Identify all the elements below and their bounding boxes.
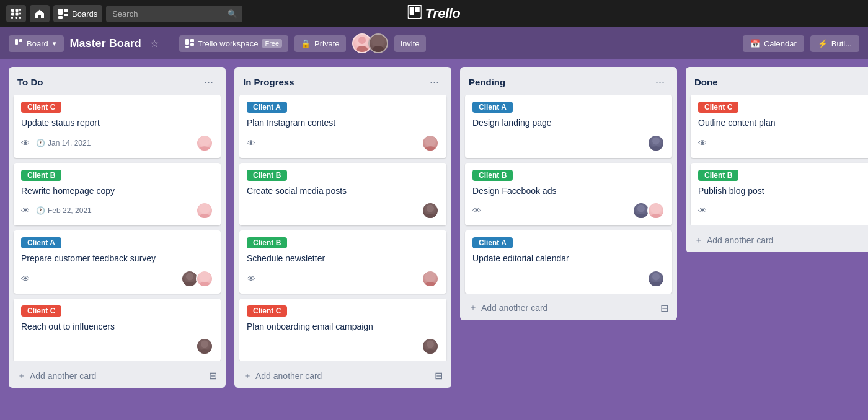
chevron-down-icon: ▼ <box>51 40 58 47</box>
card-badge-card8: Client C <box>247 305 287 317</box>
card-title-card12: Outline content plan <box>698 117 868 129</box>
svg-rect-12 <box>58 16 63 19</box>
card-card8[interactable]: Client CPlan onboarding email campaign <box>239 299 446 362</box>
card-meta-card2: 👁🕐Feb 22, 2021 <box>21 206 92 216</box>
calendar-button[interactable]: 📅 Calendar <box>743 35 804 52</box>
card-badge-card13: Client B <box>698 170 738 181</box>
svg-rect-11 <box>64 14 68 16</box>
card-badge-card7: Client B <box>247 237 287 248</box>
card-meta-card13: 👁 <box>698 206 707 216</box>
card-card4[interactable]: Client CReach out to influencers <box>14 299 221 362</box>
date-text: Feb 22, 2021 <box>48 206 92 215</box>
svg-point-31 <box>427 273 434 280</box>
card-footer-card3: 👁 <box>21 270 213 287</box>
board-content: To Do···Client CUpdate status report👁🕐Ja… <box>0 59 868 420</box>
app-grid-icon <box>11 9 21 19</box>
column-done: Done···Client COutline content plan👁Clie… <box>686 67 868 252</box>
card-badge-card11: Client A <box>472 237 513 248</box>
card-card7[interactable]: Client BSchedule newsletter👁 <box>239 230 446 294</box>
member-avatar-2[interactable] <box>368 33 388 53</box>
svg-point-30 <box>427 205 434 212</box>
svg-rect-15 <box>415 7 420 12</box>
card-footer-card7: 👁 <box>247 270 439 287</box>
home-button[interactable] <box>30 5 50 22</box>
card-card10[interactable]: Client BDesign Facebook ads👁 <box>465 163 672 226</box>
svg-rect-18 <box>185 39 189 45</box>
svg-rect-6 <box>11 17 13 19</box>
add-card-button-done[interactable]: ＋Add another card⊟ <box>686 228 868 252</box>
svg-rect-14 <box>410 7 414 15</box>
card-avatar-card1-0 <box>196 134 213 152</box>
card-avatars-card7 <box>422 270 439 287</box>
column-header-pending: Pending··· <box>460 67 677 95</box>
avatar-silhouette-2 <box>371 35 386 52</box>
boards-label: Boards <box>72 9 97 19</box>
svg-point-34 <box>637 205 645 212</box>
card-avatars-card8 <box>422 338 439 355</box>
svg-point-24 <box>201 137 208 144</box>
card-meta-card5: 👁 <box>247 138 255 148</box>
butler-button[interactable]: ⚡ Butl... <box>810 35 859 52</box>
card-card3[interactable]: Client APrepare customer feedback survey… <box>14 230 221 294</box>
column-menu-button-todo[interactable]: ··· <box>200 74 217 90</box>
card-footer-card2: 👁🕐Feb 22, 2021 <box>21 202 213 219</box>
boards-button[interactable]: Boards <box>53 5 102 22</box>
card-card9[interactable]: Client ADesign landing page <box>465 95 672 158</box>
search-container: 🔍 <box>106 6 242 22</box>
card-avatar-card2-0 <box>196 202 213 219</box>
trello-logo-text: Trello <box>425 6 461 22</box>
search-input[interactable] <box>106 6 242 22</box>
plus-icon: ＋ <box>243 370 252 382</box>
eye-icon-card3: 👁 <box>21 274 30 284</box>
card-card6[interactable]: Client BCreate social media posts <box>239 163 446 226</box>
card-card11[interactable]: Client AUpdate editorial calendar <box>465 230 672 294</box>
star-button[interactable]: ☆ <box>148 35 161 52</box>
add-card-button-inprogress[interactable]: ＋Add another card⊟ <box>234 364 451 388</box>
card-card5[interactable]: Client APlan Instagram contest👁 <box>239 95 446 158</box>
workspace-button[interactable]: Trello workspace Free <box>179 35 288 52</box>
butler-icon: ⚡ <box>818 39 828 48</box>
column-header-inprogress: In Progress··· <box>234 67 451 95</box>
card-avatars-card5 <box>422 134 439 152</box>
private-button[interactable]: 🔒 Private <box>294 35 345 52</box>
card-title-card6: Create social media posts <box>247 185 439 198</box>
board-btn-label: Board <box>27 39 48 48</box>
card-card12[interactable]: Client COutline content plan👁 <box>691 95 868 158</box>
top-navigation: Boards 🔍 Trello <box>0 0 868 27</box>
column-menu-button-pending[interactable]: ··· <box>652 74 668 90</box>
card-badge-card12: Client C <box>698 102 738 113</box>
svg-rect-19 <box>190 39 194 42</box>
svg-point-28 <box>201 341 208 348</box>
card-avatars-card10 <box>632 202 665 219</box>
card-footer-card12: 👁 <box>698 134 868 152</box>
workspace-icon <box>185 39 194 48</box>
add-card-button-pending[interactable]: ＋Add another card⊟ <box>460 296 677 320</box>
card-title-card9: Design landing page <box>472 117 665 129</box>
svg-rect-10 <box>64 9 68 12</box>
invite-button[interactable]: Invite <box>394 35 426 52</box>
app-grid-button[interactable] <box>6 5 26 22</box>
template-icon: ⊟ <box>660 302 668 314</box>
card-badge-card3: Client A <box>21 237 61 248</box>
card-card2[interactable]: Client BRewrite homepage copy👁🕐Feb 22, 2… <box>14 163 221 226</box>
card-footer-card1: 👁🕐Jan 14, 2021 <box>21 134 213 152</box>
card-avatar-card6-0 <box>422 202 439 219</box>
card-card13[interactable]: Client BPublish blog post👁 <box>691 163 868 226</box>
card-avatars-card2 <box>196 202 213 219</box>
plus-icon: ＋ <box>469 302 477 313</box>
calendar-label: Calendar <box>764 39 797 48</box>
eye-icon-card1: 👁 <box>21 138 30 148</box>
column-menu-button-inprogress[interactable]: ··· <box>426 74 443 90</box>
add-card-button-todo[interactable]: ＋Add another card⊟ <box>9 364 226 388</box>
board-view-button[interactable]: Board ▼ <box>9 35 64 52</box>
add-card-label: Add another card <box>707 235 773 245</box>
card-title-card13: Publish blog post <box>698 185 868 198</box>
card-card1[interactable]: Client CUpdate status report👁🕐Jan 14, 20… <box>14 95 221 158</box>
svg-rect-0 <box>11 9 14 12</box>
svg-point-29 <box>427 137 434 144</box>
card-avatars-card4 <box>196 338 213 355</box>
workspace-name: Trello workspace <box>198 39 259 48</box>
svg-rect-20 <box>190 43 194 46</box>
svg-rect-7 <box>16 17 17 19</box>
column-title-todo: To Do <box>17 77 43 87</box>
